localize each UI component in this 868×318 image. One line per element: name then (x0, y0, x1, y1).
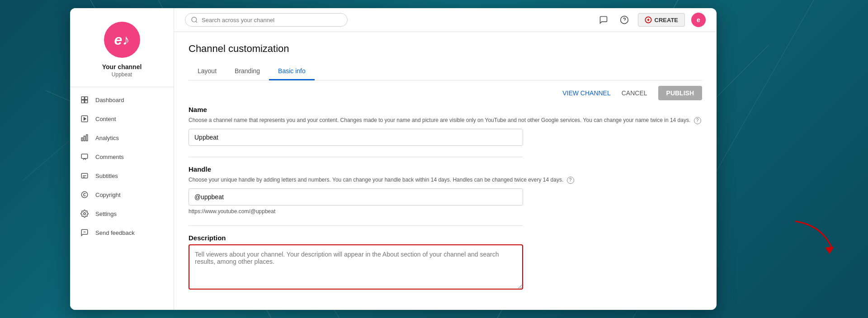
sidebar-divider (70, 87, 174, 87)
sidebar-item-analytics-label: Analytics (95, 135, 119, 141)
channel-url: https://www.youtube.com/@uppbeat (189, 208, 702, 215)
analytics-icon (80, 133, 89, 142)
name-section: Name Choose a channel name that represen… (189, 106, 702, 146)
user-avatar-text: e (697, 16, 700, 23)
sidebar-item-content[interactable]: Content (74, 110, 170, 128)
create-button[interactable]: CREATE (638, 13, 685, 27)
svg-rect-16 (81, 154, 88, 159)
svg-point-21 (84, 213, 86, 215)
sidebar-item-send-feedback[interactable]: Send feedback (74, 224, 170, 242)
tabs-bar: Layout Branding Basic info (189, 63, 702, 80)
svg-point-20 (81, 192, 88, 198)
page-title: Channel customization (189, 43, 702, 55)
copyright-icon (80, 190, 89, 199)
search-icon (191, 16, 198, 23)
sidebar-item-subtitles-label: Subtitles (95, 173, 118, 179)
description-section: Description (189, 234, 702, 291)
name-input[interactable] (189, 129, 523, 146)
chat-icon-btn[interactable] (596, 13, 611, 27)
dashboard-icon (80, 95, 89, 104)
channel-avatar[interactable]: e♪ (104, 22, 140, 58)
svg-rect-14 (84, 136, 85, 141)
tab-basic-info[interactable]: Basic info (269, 63, 315, 80)
sidebar-nav: Dashboard Content (70, 91, 174, 243)
sidebar-item-comments[interactable]: Comments (74, 148, 170, 166)
svg-point-23 (192, 17, 197, 22)
svg-marker-12 (84, 117, 86, 120)
feedback-icon (80, 228, 89, 237)
sidebar-item-comments-label: Comments (95, 154, 124, 160)
red-arrow-annotation (787, 217, 841, 264)
sidebar-item-content-label: Content (95, 116, 116, 122)
sidebar-item-dashboard-label: Dashboard (95, 97, 124, 103)
handle-input[interactable] (189, 188, 523, 206)
cancel-button[interactable]: CANCEL (616, 86, 653, 100)
description-textarea[interactable] (189, 244, 523, 290)
tab-layout[interactable]: Layout (189, 63, 226, 80)
view-channel-button[interactable]: VIEW CHANNEL (562, 89, 611, 97)
sidebar-item-analytics[interactable]: Analytics (74, 129, 170, 147)
name-help-icon[interactable]: ? (694, 117, 701, 124)
main-card: e♪ Your channel Uppbeat Dashboard (70, 8, 717, 310)
description-label: Description (189, 234, 702, 242)
subtitles-icon (80, 171, 89, 180)
sidebar-item-settings[interactable]: Settings (74, 205, 170, 223)
handle-help-icon[interactable]: ? (567, 177, 574, 184)
svg-rect-9 (81, 100, 84, 103)
chat-icon (599, 15, 608, 24)
avatar-text: e♪ (114, 32, 130, 48)
svg-line-24 (196, 21, 197, 23)
user-avatar[interactable]: e (691, 13, 706, 27)
svg-rect-10 (85, 100, 88, 103)
sidebar-item-dashboard[interactable]: Dashboard (74, 91, 170, 109)
publish-button[interactable]: PUBLISH (658, 86, 702, 100)
channel-handle-label: Uppbeat (112, 71, 132, 78)
help-icon (620, 15, 629, 24)
svg-rect-15 (86, 135, 88, 141)
sidebar: e♪ Your channel Uppbeat Dashboard (70, 8, 174, 310)
svg-rect-8 (85, 97, 88, 99)
settings-icon (80, 209, 89, 218)
handle-description: Choose your unique handle by adding lett… (189, 176, 702, 184)
name-description: Choose a channel name that represents yo… (189, 116, 702, 124)
section-divider-1 (189, 157, 523, 157)
content-icon (80, 114, 89, 123)
main-content: CREATE e Channel customization Layout Br… (174, 8, 717, 310)
section-divider-2 (189, 225, 523, 226)
tab-branding[interactable]: Branding (226, 63, 269, 80)
create-label: CREATE (655, 17, 678, 23)
sidebar-item-feedback-label: Send feedback (95, 229, 135, 236)
sidebar-item-settings-label: Settings (95, 210, 117, 217)
search-input[interactable] (202, 17, 340, 23)
svg-marker-30 (825, 247, 834, 254)
handle-label: Handle (189, 165, 702, 173)
channel-name: Your channel (102, 63, 142, 70)
action-bar: VIEW CHANNEL CANCEL PUBLISH (189, 80, 702, 106)
handle-section: Handle Choose your unique handle by addi… (189, 165, 702, 215)
create-plus-icon (645, 16, 652, 23)
name-label: Name (189, 106, 702, 113)
sidebar-item-subtitles[interactable]: Subtitles (74, 167, 170, 185)
comments-icon (80, 152, 89, 161)
svg-rect-13 (81, 138, 83, 141)
content-area: Channel customization Layout Branding Ba… (174, 32, 717, 310)
sidebar-item-copyright-label: Copyright (95, 192, 121, 198)
svg-rect-7 (81, 97, 84, 99)
sidebar-item-copyright[interactable]: Copyright (74, 186, 170, 204)
help-icon-btn[interactable] (617, 13, 632, 27)
search-container (185, 13, 348, 27)
topbar: CREATE e (174, 8, 717, 32)
